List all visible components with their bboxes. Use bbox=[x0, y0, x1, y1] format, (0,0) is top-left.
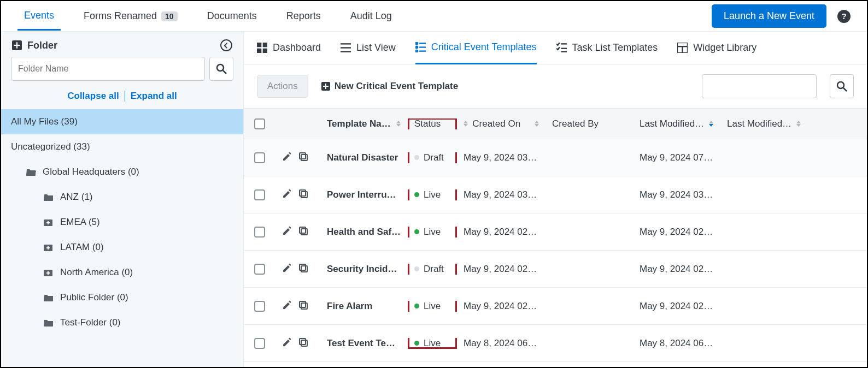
status-dot-icon bbox=[414, 304, 419, 308]
svg-point-25 bbox=[415, 50, 418, 52]
header-template-name[interactable]: Template Na… bbox=[320, 118, 408, 129]
tab-label: Events bbox=[24, 10, 54, 21]
new-critical-event-template-button[interactable]: New Critical Event Template bbox=[321, 81, 458, 92]
sidebar-item[interactable]: Global Headquaters (0) bbox=[1, 159, 243, 185]
subtab-list-view[interactable]: List View bbox=[341, 42, 396, 63]
sidebar-item[interactable]: All My Files (39) bbox=[1, 109, 243, 134]
header-last-modified-on[interactable]: Last Modified… bbox=[633, 118, 720, 129]
header-created-by[interactable]: Created By bbox=[546, 118, 633, 129]
table-row: Natural DisasterDraftMay 9, 2024 03:…May… bbox=[244, 139, 867, 176]
tab-documents[interactable]: Documents bbox=[201, 3, 263, 29]
status-dot-icon bbox=[414, 155, 419, 160]
status-dot-icon bbox=[414, 229, 419, 234]
template-name[interactable]: Power Interrupt… bbox=[327, 189, 401, 200]
edit-icon[interactable] bbox=[282, 263, 292, 275]
svg-rect-45 bbox=[300, 264, 306, 270]
header-status[interactable]: Status bbox=[408, 118, 457, 129]
sidebar-item[interactable]: North America (0) bbox=[1, 260, 243, 285]
tab-label: Documents bbox=[207, 10, 257, 22]
sidebar-item[interactable]: Uncategorized (33) bbox=[1, 134, 243, 159]
sidebar-item[interactable]: Public Folder (0) bbox=[1, 285, 243, 310]
search-icon bbox=[216, 63, 227, 74]
edit-icon[interactable] bbox=[282, 337, 292, 349]
row-checkbox[interactable] bbox=[254, 301, 265, 312]
template-name[interactable]: Fire Alarm bbox=[327, 301, 401, 312]
sidebar-item[interactable]: ANZ (1) bbox=[1, 185, 243, 210]
template-search-input[interactable] bbox=[702, 74, 817, 98]
row-checkbox[interactable] bbox=[254, 264, 265, 275]
created-on: May 9, 2024 02:… bbox=[464, 264, 539, 275]
header-created-on[interactable]: Created On bbox=[457, 118, 546, 129]
help-icon[interactable]: ? bbox=[837, 10, 851, 23]
created-on: May 8, 2024 06:… bbox=[464, 338, 539, 349]
tab-forms-renamed[interactable]: Forms Renamed 10 bbox=[77, 3, 184, 29]
svg-rect-2 bbox=[14, 45, 20, 46]
collapse-all-link[interactable]: Collapse all bbox=[67, 91, 119, 102]
row-checkbox[interactable] bbox=[254, 227, 265, 238]
tab-label: Reports bbox=[286, 10, 321, 22]
list-icon bbox=[341, 43, 351, 53]
table-row: Security IncidentDraftMay 9, 2024 02:…Ma… bbox=[244, 251, 867, 288]
folder-icon bbox=[44, 193, 55, 201]
copy-icon[interactable] bbox=[298, 226, 308, 238]
sidebar-item-label: Uncategorized (33) bbox=[11, 141, 90, 152]
subtab-widget-library[interactable]: Widget Library bbox=[677, 42, 756, 63]
sidebar-item[interactable]: EMEA (5) bbox=[1, 210, 243, 235]
edit-icon[interactable] bbox=[282, 152, 292, 164]
row-checkbox[interactable] bbox=[254, 152, 265, 163]
tab-audit-log[interactable]: Audit Log bbox=[344, 3, 398, 29]
status-text: Draft bbox=[424, 152, 444, 163]
status-text: Live bbox=[424, 338, 441, 349]
subtab-label: List View bbox=[356, 42, 396, 54]
svg-rect-41 bbox=[300, 190, 306, 196]
edit-icon[interactable] bbox=[282, 189, 292, 201]
row-checkbox[interactable] bbox=[254, 189, 265, 200]
template-name[interactable]: Test Event Tem… bbox=[327, 338, 401, 349]
templates-table: Template Na… Status Created On Created B… bbox=[244, 108, 867, 367]
expand-all-link[interactable]: Expand all bbox=[131, 91, 177, 102]
sidebar-item[interactable]: Test-Folder (0) bbox=[1, 310, 243, 335]
forms-count-badge: 10 bbox=[161, 11, 178, 21]
subtab-critical-event-templates[interactable]: Critical Event Templates bbox=[415, 41, 537, 64]
search-icon bbox=[836, 81, 847, 92]
folder-name-input[interactable] bbox=[11, 57, 205, 81]
svg-rect-14 bbox=[257, 43, 261, 47]
table-row: Power Interrupt…LiveMay 9, 2024 03:…May … bbox=[244, 176, 867, 213]
plus-square-icon bbox=[321, 82, 330, 91]
subtab-dashboard[interactable]: Dashboard bbox=[257, 42, 321, 63]
copy-icon[interactable] bbox=[298, 337, 308, 349]
launch-new-event-button[interactable]: Launch a New Event bbox=[712, 4, 826, 28]
svg-point-21 bbox=[415, 43, 418, 45]
select-all-checkbox[interactable] bbox=[254, 118, 265, 129]
row-checkbox[interactable] bbox=[254, 338, 265, 349]
copy-icon[interactable] bbox=[298, 189, 308, 201]
edit-icon[interactable] bbox=[282, 226, 292, 238]
svg-rect-38 bbox=[301, 155, 307, 161]
folder-plus-icon bbox=[44, 269, 55, 276]
subtab-task-list-templates[interactable]: Task List Templates bbox=[556, 42, 658, 63]
new-template-label: New Critical Event Template bbox=[335, 81, 458, 92]
sidebar-item[interactable]: LATAM (0) bbox=[1, 235, 243, 260]
copy-icon[interactable] bbox=[298, 300, 308, 312]
edit-icon[interactable] bbox=[282, 300, 292, 312]
svg-rect-43 bbox=[300, 227, 306, 233]
template-toolbar: Actions New Critical Event Template bbox=[244, 64, 867, 108]
template-name[interactable]: Health and Saf… bbox=[327, 227, 401, 238]
add-folder-icon[interactable] bbox=[12, 40, 22, 50]
folder-search-button[interactable] bbox=[209, 57, 233, 81]
collapse-sidebar-icon[interactable] bbox=[220, 39, 232, 51]
copy-icon[interactable] bbox=[298, 152, 308, 164]
copy-icon[interactable] bbox=[298, 263, 308, 275]
header-last-modified-by[interactable]: Last Modified… bbox=[720, 118, 808, 129]
status-text: Live bbox=[424, 189, 441, 200]
status-text: Live bbox=[424, 227, 441, 238]
tasks-icon bbox=[556, 43, 567, 53]
status-dot-icon bbox=[414, 341, 419, 346]
tab-reports[interactable]: Reports bbox=[280, 3, 327, 29]
tab-events[interactable]: Events bbox=[17, 2, 61, 31]
svg-rect-15 bbox=[263, 43, 267, 47]
template-name[interactable]: Natural Disaster bbox=[327, 152, 401, 163]
template-name[interactable]: Security Incident bbox=[327, 264, 401, 275]
template-search-button[interactable] bbox=[830, 74, 854, 98]
actions-button[interactable]: Actions bbox=[257, 75, 308, 98]
